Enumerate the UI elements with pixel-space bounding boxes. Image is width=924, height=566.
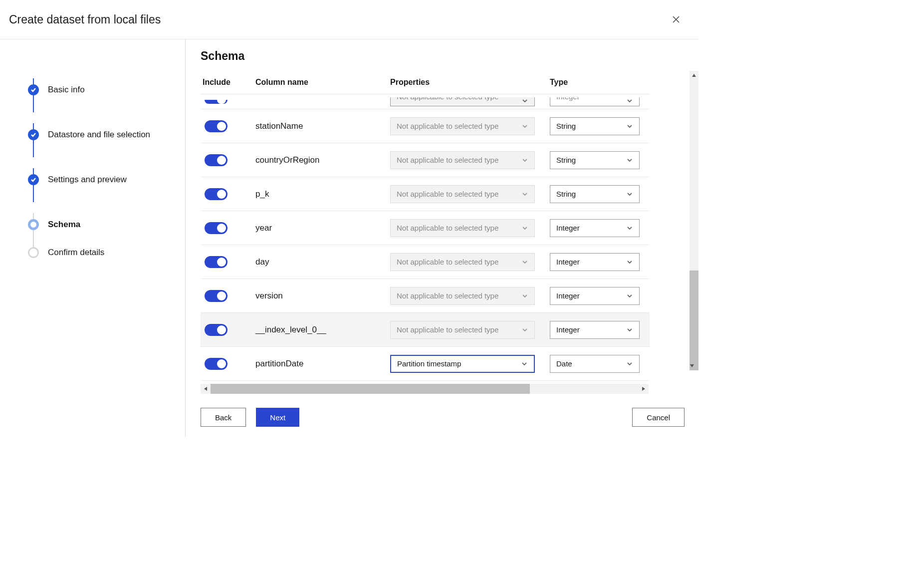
type-select[interactable]: Date [550,355,640,373]
step-label: Datastore and file selection [48,130,150,140]
table-row: versionNot applicable to selected typeIn… [201,279,650,313]
next-button[interactable]: Next [256,408,299,427]
table-row: Not applicable to selected typeInteger [201,94,650,109]
step-datastore[interactable]: Datastore and file selection [28,112,175,157]
type-select[interactable]: Integer [550,219,640,237]
cancel-button[interactable]: Cancel [632,408,685,427]
back-button[interactable]: Back [201,408,246,427]
wizard-steps: Basic info Datastore and file selection … [0,39,186,437]
close-icon [672,15,680,23]
chevron-down-icon [521,360,528,367]
step-dot-future [28,247,39,258]
table-row: dayNot applicable to selected typeIntege… [201,245,650,279]
scroll-right-arrow[interactable] [639,384,649,394]
scroll-thumb[interactable] [211,384,530,394]
step-label: Confirm details [48,248,104,258]
chevron-down-icon [626,97,633,104]
table-row: countryOrRegionNot applicable to selecte… [201,143,650,177]
modal-title: Create dataset from local files [9,13,161,26]
col-header-type[interactable]: Type [550,78,650,87]
properties-select[interactable]: Not applicable to selected type [390,185,535,203]
col-header-include[interactable]: Include [201,78,255,87]
section-title: Schema [201,49,698,63]
step-label: Schema [48,220,80,230]
chevron-down-icon [626,123,633,130]
step-label: Basic info [48,85,85,95]
chevron-down-icon [521,225,528,232]
properties-select[interactable]: Partition timestamp [390,355,535,373]
triangle-down-icon [690,363,694,368]
triangle-right-icon [641,386,646,391]
type-select[interactable]: String [550,117,640,135]
table-header: Include Column name Properties Type [201,71,650,94]
table-row: __index_level_0__Not applicable to selec… [201,313,650,347]
scroll-left-arrow[interactable] [201,384,211,394]
column-name: __index_level_0__ [255,325,390,335]
scroll-up-arrow[interactable] [690,71,698,80]
type-select[interactable]: String [550,185,640,203]
table-row: p_kNot applicable to selected typeString [201,177,650,211]
schema-grid: Include Column name Properties Type Not … [201,71,650,381]
step-settings[interactable]: Settings and preview [28,157,175,202]
triangle-left-icon [203,386,208,391]
chevron-down-icon [521,123,528,130]
chevron-down-icon [521,259,528,266]
check-icon [30,87,36,93]
properties-select[interactable]: Not applicable to selected type [390,321,535,339]
properties-select[interactable]: Not applicable to selected type [390,287,535,305]
type-select[interactable]: Integer [550,287,640,305]
chevron-down-icon [626,326,633,333]
column-name: stationName [255,121,390,131]
chevron-down-icon [626,157,633,164]
column-name: version [255,291,390,301]
col-header-name[interactable]: Column name [255,78,390,87]
scroll-down-arrow[interactable] [690,361,694,370]
scroll-thumb[interactable] [690,271,698,370]
chevron-down-icon [626,360,633,367]
table-row: stationNameNot applicable to selected ty… [201,109,650,143]
properties-select[interactable]: Not applicable to selected type [390,117,535,135]
chevron-down-icon [521,191,528,198]
chevron-down-icon [521,326,528,333]
step-basic-info[interactable]: Basic info [28,67,175,112]
column-name: partitionDate [255,359,390,369]
triangle-up-icon [692,73,696,78]
properties-select[interactable]: Not applicable to selected type [390,253,535,271]
chevron-down-icon [521,292,528,299]
include-toggle[interactable] [205,154,228,166]
include-toggle[interactable] [205,358,228,370]
close-button[interactable] [668,11,685,28]
step-dot-current [28,219,39,230]
step-schema[interactable]: Schema [28,202,175,247]
step-dot-done [28,174,39,185]
include-toggle[interactable] [205,222,228,234]
include-toggle[interactable] [205,188,228,200]
step-confirm[interactable]: Confirm details [28,247,175,258]
col-header-properties[interactable]: Properties [390,78,550,87]
check-icon [30,132,36,138]
table-row: yearNot applicable to selected typeInteg… [201,211,650,245]
chevron-down-icon [626,259,633,266]
type-select[interactable]: Integer [550,321,640,339]
properties-select[interactable]: Not applicable to selected type [390,151,535,169]
include-toggle[interactable] [205,100,228,104]
type-select[interactable]: Integer [550,253,640,271]
include-toggle[interactable] [205,256,228,268]
check-icon [30,177,36,183]
include-toggle[interactable] [205,120,228,132]
type-select[interactable]: String [550,151,640,169]
vertical-scrollbar[interactable] [690,71,698,370]
include-toggle[interactable] [205,324,228,336]
properties-select[interactable]: Not applicable to selected type [390,97,535,106]
chevron-down-icon [626,225,633,232]
type-select[interactable]: Integer [550,97,640,106]
chevron-down-icon [521,157,528,164]
modal-footer: Back Next Cancel [201,394,698,427]
chevron-down-icon [521,97,528,104]
column-name: day [255,257,390,267]
horizontal-scrollbar[interactable] [201,384,649,394]
include-toggle[interactable] [205,290,228,302]
step-dot-done [28,129,39,140]
chevron-down-icon [626,191,633,198]
properties-select[interactable]: Not applicable to selected type [390,219,535,237]
